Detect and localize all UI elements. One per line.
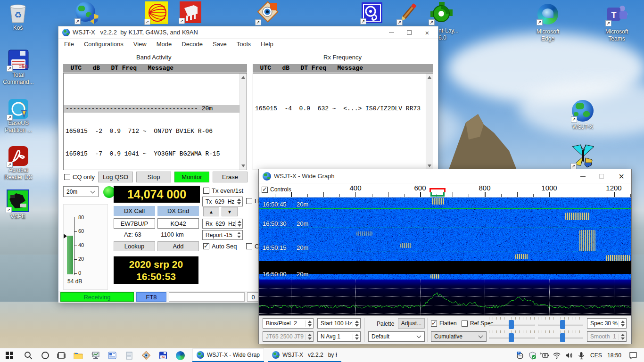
tx-freq-marker[interactable] bbox=[429, 188, 446, 192]
tray-security-shield-icon[interactable] bbox=[526, 348, 538, 362]
edge-taskbar-icon[interactable] bbox=[171, 348, 190, 362]
dx-call-field[interactable]: EW7BU/P bbox=[114, 218, 155, 229]
menu-help[interactable]: Help bbox=[261, 41, 273, 48]
spinner-arrows[interactable] bbox=[353, 321, 359, 327]
menu-tools[interactable]: Tools bbox=[237, 41, 251, 48]
adjust-button[interactable]: Adjust... bbox=[398, 318, 425, 329]
menu-view[interactable]: View bbox=[133, 41, 147, 48]
band-activity-scrollbar[interactable] bbox=[239, 74, 247, 170]
wg-minimize-button[interactable] bbox=[575, 169, 591, 183]
spinner-arrows[interactable] bbox=[353, 334, 359, 340]
menu-file[interactable]: File bbox=[64, 41, 74, 48]
news-app-icon[interactable] bbox=[103, 348, 122, 362]
decode-row[interactable]: 165015 -2 0.9 712 ~ ON7DY BV1EK R-06 bbox=[64, 128, 247, 135]
search-icon[interactable] bbox=[19, 348, 38, 362]
notepad-icon[interactable] bbox=[120, 348, 139, 362]
freq-up-button[interactable]: ▲ bbox=[203, 207, 219, 216]
vspe-label[interactable]: VSPE bbox=[0, 213, 36, 220]
eye-viewer-icon[interactable]: ↗ bbox=[256, 1, 279, 25]
stop-button[interactable]: Stop bbox=[136, 172, 171, 182]
easeus-label[interactable]: EaseUSPartition ... bbox=[0, 120, 39, 134]
report-spinner[interactable]: Report -15 bbox=[202, 230, 243, 240]
wsjtx-desktop-label[interactable]: WSJT-X bbox=[565, 123, 601, 131]
total-commander-taskbar-icon[interactable]: 64 bbox=[154, 348, 173, 362]
pencil-icon[interactable]: ↗ bbox=[397, 1, 418, 25]
spinner-arrows[interactable] bbox=[235, 232, 241, 238]
palette-select[interactable]: Default bbox=[368, 331, 425, 342]
erase-button[interactable]: Erase bbox=[213, 172, 248, 182]
butterfly-icon[interactable]: ↗ bbox=[571, 144, 595, 168]
main-minimize-button[interactable] bbox=[383, 26, 399, 39]
spinner-arrows[interactable] bbox=[305, 321, 312, 327]
task-view-icon[interactable] bbox=[52, 348, 71, 362]
start-button[interactable] bbox=[0, 348, 19, 362]
recycle-bin-icon[interactable]: ♻ bbox=[8, 3, 28, 24]
tx-even-checkbox[interactable]: Tx even/1st bbox=[203, 187, 243, 194]
sprint-layout-icon[interactable]: ↗ bbox=[429, 1, 453, 25]
decode-row[interactable]: 165015 -4 0.9 632 ~ <...> IS0/IZ2DLV RR7… bbox=[253, 105, 433, 113]
auto-seq-checkbox[interactable]: Auto Seq bbox=[203, 243, 237, 250]
edge-desktop-icon[interactable]: ↗ bbox=[537, 4, 558, 25]
main-maximize-button[interactable] bbox=[401, 26, 417, 39]
zero2-slider[interactable] bbox=[538, 330, 583, 343]
gain2-slider[interactable] bbox=[489, 330, 535, 343]
rx-freq-spinner[interactable]: Rx 629 Hz bbox=[202, 219, 243, 229]
start-freq-spinner[interactable]: Start 100 Hz bbox=[317, 318, 361, 329]
eye-app-icon[interactable] bbox=[137, 348, 156, 362]
menu-configurations[interactable]: Configurations bbox=[84, 41, 124, 48]
wsjtx-desktop-icon[interactable]: ↗ bbox=[572, 100, 594, 122]
bins-pixel-spinner[interactable]: Bins/Pixel 2 bbox=[263, 318, 314, 329]
spectrum-mode-select[interactable]: Cumulative bbox=[431, 331, 487, 342]
dial-app-icon[interactable]: ↗ bbox=[361, 2, 383, 24]
action-center-icon[interactable] bbox=[625, 348, 641, 362]
freq-down-button[interactable]: ▼ bbox=[222, 207, 238, 216]
n-avg-spinner[interactable]: N Avg 1 bbox=[317, 331, 361, 342]
flatten-checkbox[interactable]: Flatten bbox=[431, 320, 457, 327]
spec-percent-spinner[interactable]: Spec 30 % bbox=[587, 318, 627, 329]
rx-frequency-list[interactable]: 165015 -4 0.9 632 ~ <...> IS0/IZ2DLV RR7… bbox=[253, 73, 433, 170]
teams-desktop-label[interactable]: MicrosoftTeams bbox=[593, 28, 640, 42]
monitor-button[interactable]: Monitor bbox=[174, 172, 209, 182]
taskbar-button-wsjtx-main[interactable]: WSJT-X v2.2.2 by K... bbox=[268, 348, 341, 362]
decode-row-band-separator[interactable]: ------------------------------------ 20m bbox=[64, 105, 247, 113]
sprint-layout-label[interactable]: nt-Lay...6.0 bbox=[438, 27, 481, 41]
cq-only-checkbox[interactable]: CQ only bbox=[64, 173, 95, 181]
wsjtx-shield-icon[interactable]: ↗ bbox=[75, 2, 97, 24]
menu-decode[interactable]: Decode bbox=[182, 41, 203, 48]
recycle-bin-label[interactable]: Koš bbox=[0, 25, 36, 32]
tray-network-sync-icon[interactable] bbox=[514, 348, 526, 362]
waterfall[interactable]: 16:50:45 20m 16:50:30 20m 16:50:15 20m 1… bbox=[259, 197, 631, 280]
wg-close-button[interactable]: × bbox=[613, 169, 629, 183]
acrobat-label[interactable]: AcrobatReader DC bbox=[0, 167, 39, 181]
spinner-arrows[interactable] bbox=[235, 221, 241, 227]
total-commander-icon[interactable]: =64: ↗ bbox=[8, 49, 29, 71]
frequency-scale[interactable]: Controls 400 600 800 1000 1200 bbox=[259, 183, 631, 197]
menu-save[interactable]: Save bbox=[213, 41, 227, 48]
log-qso-button[interactable]: Log QSO bbox=[98, 172, 133, 182]
edge-desktop-label[interactable]: MicrosoftEdge bbox=[524, 28, 571, 42]
tray-volume-icon[interactable] bbox=[563, 348, 575, 362]
spinner-arrows[interactable] bbox=[619, 321, 625, 327]
lookup-button[interactable]: Lookup bbox=[114, 241, 155, 251]
add-button[interactable]: Add bbox=[157, 241, 199, 251]
total-commander-label[interactable]: TotalCommand... bbox=[0, 72, 39, 86]
spinner-arrows[interactable] bbox=[235, 198, 241, 205]
decode-row[interactable]: 165015 -7 0.9 1041 ~ YO3GNF BG2WMA R-15 bbox=[64, 150, 247, 158]
rx-frequency-scrollbar[interactable] bbox=[426, 74, 433, 170]
tx-freq-spinner[interactable]: Tx 629 Hz bbox=[202, 197, 243, 206]
gain-slider[interactable] bbox=[489, 317, 535, 329]
vspe-icon[interactable]: ↗ bbox=[7, 189, 29, 212]
easeus-icon[interactable]: ↗ bbox=[8, 98, 29, 120]
tray-microphone-icon[interactable] bbox=[575, 348, 587, 362]
taskbar-button-wide-graph[interactable]: WSJT-X - Wide Graph bbox=[192, 348, 264, 362]
tray-wifi-icon[interactable] bbox=[551, 348, 563, 362]
acrobat-icon[interactable]: ↗ bbox=[8, 145, 29, 167]
band-select[interactable]: 20m bbox=[63, 186, 99, 197]
ic-chip-icon[interactable]: ↗ bbox=[180, 1, 201, 23]
file-explorer-icon[interactable] bbox=[69, 348, 88, 362]
main-close-button[interactable]: × bbox=[419, 26, 435, 39]
wg-maximize-button[interactable] bbox=[594, 169, 610, 183]
tray-power-icon[interactable] bbox=[538, 348, 551, 362]
teams-desktop-icon[interactable]: T ↗ bbox=[606, 4, 628, 25]
smith-chart-icon[interactable]: ↗ bbox=[145, 1, 168, 24]
